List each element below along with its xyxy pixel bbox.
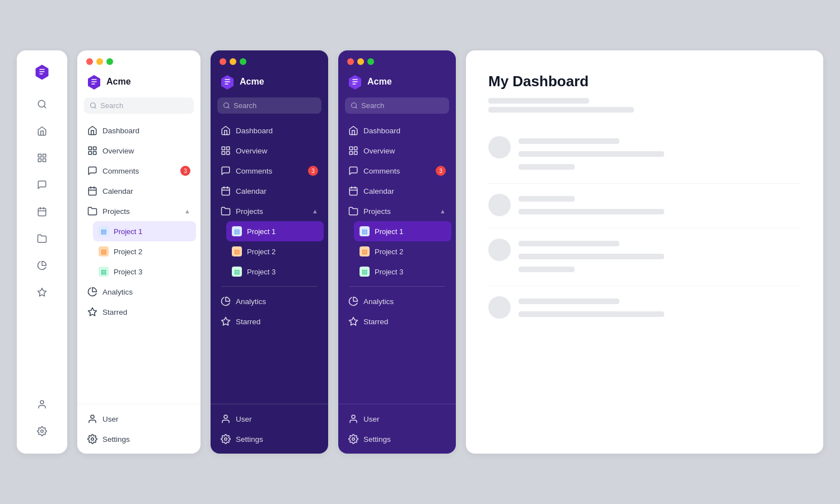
d1-tl-yellow[interactable] xyxy=(230,58,236,65)
light-nav-project3[interactable]: ▤ Project 3 xyxy=(93,262,196,282)
light-nav-starred[interactable]: Starred xyxy=(82,302,196,322)
traffic-lights-light xyxy=(77,50,200,69)
svg-rect-32 xyxy=(222,188,230,195)
light-project1-label: Project 1 xyxy=(114,227,142,236)
skeleton-card-4 xyxy=(488,286,801,330)
dark2-nav-starred[interactable]: Starred xyxy=(343,311,451,332)
sk-line-2a xyxy=(519,196,575,202)
dark1-search-bar[interactable]: Search xyxy=(217,97,321,114)
settings-icon-d2 xyxy=(348,434,358,444)
svg-rect-18 xyxy=(94,152,96,155)
dark1-nav-project2[interactable]: ▤ Project 2 xyxy=(226,241,324,262)
sidebar-star-icon[interactable] xyxy=(31,281,53,304)
dashboard-panel: My Dashboard xyxy=(466,50,823,454)
dark2-nav-dashboard[interactable]: Dashboard xyxy=(343,120,451,141)
main-container: Acme Search Dashboard Overview Comments … xyxy=(0,28,840,476)
sidebar-analytics-icon[interactable] xyxy=(31,254,53,277)
dark1-nav-dashboard[interactable]: Dashboard xyxy=(215,120,324,141)
overview-icon xyxy=(87,146,97,156)
sk-line-2b xyxy=(519,209,664,214)
tl-red[interactable] xyxy=(86,58,93,65)
overview-icon-d2 xyxy=(348,146,358,156)
analytics-icon-d1 xyxy=(221,296,231,306)
sidebar-search-icon[interactable] xyxy=(31,93,53,115)
dark2-nav-user[interactable]: User xyxy=(343,409,451,429)
dark2-calendar-label: Calendar xyxy=(363,187,394,195)
light-nav-project1[interactable]: ▤ Project 1 xyxy=(93,221,196,241)
light-settings-label: Settings xyxy=(102,435,130,444)
dark1-nav-calendar[interactable]: Calendar xyxy=(215,181,324,201)
dark2-nav-project2[interactable]: ▤ Project 2 xyxy=(354,241,451,262)
svg-rect-28 xyxy=(222,147,225,150)
icon-only-sidebar xyxy=(17,50,67,454)
light-nav-projects[interactable]: Projects ▲ xyxy=(82,201,196,221)
d2-tl-yellow[interactable] xyxy=(357,58,364,65)
search-icon-dark1 xyxy=(223,102,230,109)
light-nav-analytics[interactable]: Analytics xyxy=(82,282,196,302)
dark1-nav-settings[interactable]: Settings xyxy=(215,429,324,449)
skeleton-card-3 xyxy=(488,228,801,286)
sidebar-user-icon[interactable] xyxy=(31,393,53,416)
light-nav-overview[interactable]: Overview xyxy=(82,141,196,161)
dark1-projects-label: Projects xyxy=(236,207,263,216)
sidebar-settings-icon[interactable] xyxy=(31,420,53,442)
dark2-nav-projects[interactable]: Projects ▲ xyxy=(343,201,451,221)
sidebar-calendar-icon[interactable] xyxy=(31,200,53,223)
search-icon-light xyxy=(90,102,97,109)
dark2-nav-overview[interactable]: Overview xyxy=(343,141,451,161)
svg-rect-5 xyxy=(43,159,46,162)
light-panel-logo: Acme xyxy=(77,69,200,97)
light-search-bar[interactable]: Search xyxy=(84,97,194,114)
d2-tl-red[interactable] xyxy=(347,58,354,65)
search-icon-dark2 xyxy=(351,102,358,109)
light-nav-comments[interactable]: Comments 3 xyxy=(82,161,196,181)
sk-line-4b xyxy=(519,311,664,317)
dark1-nav-user[interactable]: User xyxy=(215,409,324,429)
light-starred-label: Starred xyxy=(102,308,127,316)
d1-tl-green[interactable] xyxy=(240,58,246,65)
dark1-analytics-label: Analytics xyxy=(236,297,266,306)
dark2-nav-project1[interactable]: ▤ Project 1 xyxy=(354,221,451,241)
light-nav-project2[interactable]: ▤ Project 2 xyxy=(93,241,196,262)
d2-tl-green[interactable] xyxy=(367,58,374,65)
dark2-starred-label: Starred xyxy=(363,318,388,326)
dark1-nav-starred[interactable]: Starred xyxy=(215,311,324,332)
sidebar-grid-icon[interactable] xyxy=(31,147,53,169)
dark1-nav-projects[interactable]: Projects ▲ xyxy=(215,201,324,221)
dark2-dashboard-label: Dashboard xyxy=(363,127,400,135)
dark2-nav-project3[interactable]: ▤ Project 3 xyxy=(354,262,451,282)
sk-line-1b xyxy=(519,151,664,157)
svg-marker-23 xyxy=(88,308,97,316)
dark2-nav-settings[interactable]: Settings xyxy=(343,429,451,449)
dark1-nav-analytics[interactable]: Analytics xyxy=(215,291,324,311)
svg-rect-43 xyxy=(349,152,352,155)
dark2-search-bar[interactable]: Search xyxy=(345,97,449,114)
dark2-nav-calendar[interactable]: Calendar xyxy=(343,181,451,201)
d1-tl-red[interactable] xyxy=(220,58,226,65)
dark2-nav-analytics[interactable]: Analytics xyxy=(343,291,451,311)
dark1-nav-project1[interactable]: ▤ Project 1 xyxy=(226,221,324,241)
sidebar-home-icon[interactable] xyxy=(31,120,53,142)
dark-panel-2: Acme Search Dashboard Overview Comments … xyxy=(338,50,456,454)
dark1-search-placeholder: Search xyxy=(234,101,256,110)
light-nav-user[interactable]: User xyxy=(82,409,196,429)
dark2-overview-label: Overview xyxy=(363,147,395,155)
dark1-nav-overview[interactable]: Overview xyxy=(215,141,324,161)
comments-icon-d2 xyxy=(348,166,358,176)
sidebar-chat-icon[interactable] xyxy=(31,174,53,196)
dark1-nav-comments[interactable]: Comments 3 xyxy=(215,161,324,181)
tl-green[interactable] xyxy=(106,58,113,65)
skeleton-avatar-2 xyxy=(488,194,511,216)
home-icon-d2 xyxy=(348,125,358,136)
svg-marker-36 xyxy=(222,318,230,325)
project2-icon-dark1: ▤ xyxy=(232,246,242,256)
dark2-sub-nav: ▤ Project 1 ▤ Project 2 ▤ Project 3 xyxy=(343,221,451,282)
light-nav-settings[interactable]: Settings xyxy=(82,429,196,449)
light-nav-calendar[interactable]: Calendar xyxy=(82,181,196,201)
light-nav-dashboard[interactable]: Dashboard xyxy=(82,120,196,141)
svg-rect-44 xyxy=(354,152,357,155)
dark1-nav-project3[interactable]: ▤ Project 3 xyxy=(226,262,324,282)
tl-yellow[interactable] xyxy=(96,58,103,65)
sidebar-folder-icon[interactable] xyxy=(31,227,53,250)
dark2-nav-comments[interactable]: Comments 3 xyxy=(343,161,451,181)
